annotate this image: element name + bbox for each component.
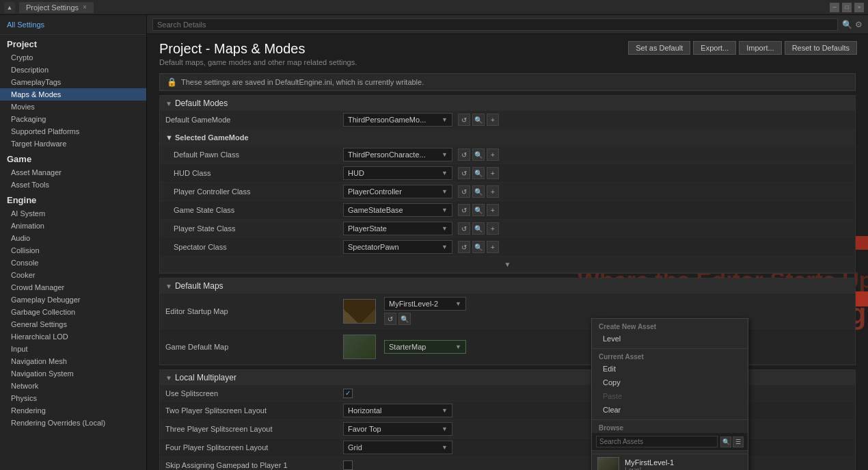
sidebar-item-rendering-overrides[interactable]: Rendering Overrides (Local) bbox=[0, 417, 146, 429]
reset-icon[interactable]: ↺ bbox=[384, 313, 396, 325]
use-splitscreen-checkbox[interactable] bbox=[343, 389, 353, 398]
section-collapse-icon: ▼ bbox=[165, 374, 172, 382]
game-state-dropdown[interactable]: GameStateBase ▼ bbox=[343, 203, 452, 217]
dropdown-value: SpectatorPawn bbox=[348, 243, 399, 251]
sidebar-item-gameplay-debugger[interactable]: Gameplay Debugger bbox=[0, 293, 146, 306]
browse-icon[interactable]: 🔍 bbox=[472, 241, 485, 253]
dropdown-value: PlayerController bbox=[348, 187, 402, 196]
sidebar-item-garbage-collection[interactable]: Garbage Collection bbox=[0, 306, 146, 318]
sidebar-item-ai-system[interactable]: AI System bbox=[0, 207, 146, 220]
setting-control: ThirdPersonCharacte... ▼ ↺ 🔍 + bbox=[343, 148, 850, 161]
sidebar-item-physics[interactable]: Physics bbox=[0, 392, 146, 404]
project-settings-tab[interactable]: Project Settings × bbox=[19, 2, 94, 13]
reset-icon[interactable]: ↺ bbox=[458, 222, 470, 235]
sidebar-item-navigation-mesh[interactable]: Navigation Mesh bbox=[0, 355, 146, 367]
reset-icon[interactable]: ↺ bbox=[458, 167, 470, 179]
search-bar: 🔍 ⚙ bbox=[147, 15, 868, 34]
sidebar-item-collision[interactable]: Collision bbox=[0, 244, 146, 257]
sidebar-item-navigation-system[interactable]: Navigation System bbox=[0, 367, 146, 380]
filter-icon[interactable]: ☰ bbox=[733, 436, 744, 447]
list-item[interactable]: MyFirstLevel-1 Level bbox=[592, 454, 748, 470]
browse-icon[interactable]: 🔍 bbox=[472, 185, 485, 198]
add-icon[interactable]: + bbox=[487, 241, 499, 253]
setting-label: Spectator Class bbox=[165, 243, 343, 251]
game-default-map-dropdown[interactable]: StarterMap ▼ bbox=[384, 340, 466, 354]
add-icon[interactable]: + bbox=[487, 222, 499, 235]
add-icon[interactable]: + bbox=[487, 204, 499, 216]
three-player-layout-dropdown[interactable]: Favor Top ▼ bbox=[343, 422, 452, 436]
search-input[interactable] bbox=[152, 18, 838, 31]
expand-icon[interactable]: ▼ bbox=[504, 261, 511, 268]
sidebar-item-asset-tools[interactable]: Asset Tools bbox=[0, 179, 146, 191]
default-modes-header[interactable]: ▼ Default Modes bbox=[160, 96, 855, 111]
hud-class-dropdown[interactable]: HUD ▼ bbox=[343, 166, 452, 180]
add-icon[interactable]: + bbox=[487, 185, 499, 198]
sidebar-item-hierarchical-lod[interactable]: Hierarchical LOD bbox=[0, 330, 146, 343]
reset-icon[interactable]: ↺ bbox=[458, 185, 470, 198]
editor-startup-map-dropdown[interactable]: MyFirstLevel-2 ▼ bbox=[384, 297, 466, 311]
sidebar-item-cooker[interactable]: Cooker bbox=[0, 269, 146, 281]
tab-close-icon[interactable]: × bbox=[83, 3, 87, 11]
maximize-button[interactable]: □ bbox=[842, 3, 852, 12]
sidebar-item-animation[interactable]: Animation bbox=[0, 220, 146, 232]
sidebar-item-network[interactable]: Network bbox=[0, 380, 146, 392]
sidebar-item-rendering[interactable]: Rendering bbox=[0, 404, 146, 417]
menu-item-edit[interactable]: Edit bbox=[592, 362, 748, 376]
browse-icon[interactable]: 🔍 bbox=[472, 204, 485, 216]
sidebar-item-movies[interactable]: Movies bbox=[0, 101, 146, 113]
import-button[interactable]: Import... bbox=[739, 41, 781, 55]
sidebar-item-crowd-manager[interactable]: Crowd Manager bbox=[0, 281, 146, 293]
sidebar-item-supported-platforms[interactable]: Supported Platforms bbox=[0, 125, 146, 138]
search-icon[interactable]: 🔍 bbox=[720, 436, 731, 447]
sidebar-item-crypto[interactable]: Crypto bbox=[0, 51, 146, 64]
reset-icon[interactable]: ↺ bbox=[458, 148, 470, 161]
browse-icon[interactable]: 🔍 bbox=[472, 167, 485, 179]
four-player-layout-dropdown[interactable]: Grid ▼ bbox=[343, 441, 452, 454]
add-icon[interactable]: + bbox=[487, 148, 499, 161]
setting-label: Default Pawn Class bbox=[165, 151, 343, 159]
table-row: Use Splitscreen bbox=[160, 385, 855, 402]
set-as-default-button[interactable]: Set as Default bbox=[628, 41, 690, 55]
reset-icon[interactable]: ↺ bbox=[458, 241, 470, 253]
browse-icon[interactable]: 🔍 bbox=[472, 222, 485, 235]
browse-icon[interactable]: 🔍 bbox=[472, 148, 485, 161]
reset-icon[interactable]: ↺ bbox=[458, 114, 470, 126]
chevron-down-icon: ▼ bbox=[455, 343, 461, 350]
table-row: ▼ Selected GameMode bbox=[160, 129, 855, 146]
menu-item-clear[interactable]: Clear bbox=[592, 403, 748, 417]
sidebar-item-packaging[interactable]: Packaging bbox=[0, 113, 146, 125]
default-maps-header[interactable]: ▼ Default Maps bbox=[160, 278, 855, 293]
menu-item-level-new[interactable]: Level bbox=[592, 332, 748, 345]
add-icon[interactable]: + bbox=[487, 114, 499, 126]
player-state-dropdown[interactable]: PlayerState ▼ bbox=[343, 222, 452, 235]
skip-gamepad-checkbox[interactable] bbox=[343, 460, 353, 470]
sidebar-item-gameplaytags[interactable]: GameplayTags bbox=[0, 76, 146, 88]
sidebar-item-input[interactable]: Input bbox=[0, 343, 146, 355]
default-gamemode-dropdown[interactable]: ThirdPersonGameMo... ▼ bbox=[343, 113, 452, 127]
browse-icon[interactable]: 🔍 bbox=[398, 313, 411, 325]
spectator-class-dropdown[interactable]: SpectatorPawn ▼ bbox=[343, 240, 452, 254]
two-player-layout-dropdown[interactable]: Horizontal ▼ bbox=[343, 404, 452, 417]
sidebar-item-description[interactable]: Description bbox=[0, 64, 146, 76]
browse-icon[interactable]: 🔍 bbox=[472, 114, 485, 126]
reset-icon[interactable]: ↺ bbox=[458, 204, 470, 216]
sidebar-item-target-hardware[interactable]: Target Hardware bbox=[0, 138, 146, 150]
sidebar-item-asset-manager[interactable]: Asset Manager bbox=[0, 166, 146, 179]
sidebar-item-general-settings[interactable]: General Settings bbox=[0, 318, 146, 330]
search-assets-input[interactable] bbox=[596, 436, 718, 447]
sidebar-item-console[interactable]: Console bbox=[0, 257, 146, 269]
dropdown-value: Horizontal bbox=[348, 406, 382, 415]
minimize-button[interactable]: ─ bbox=[830, 3, 839, 12]
add-icon[interactable]: + bbox=[487, 167, 499, 179]
menu-item-copy[interactable]: Copy bbox=[592, 376, 748, 389]
local-multiplayer-header[interactable]: ▼ Local Multiplayer bbox=[160, 370, 855, 385]
setting-label: Editor Startup Map bbox=[165, 307, 343, 315]
export-button[interactable]: Export... bbox=[693, 41, 736, 55]
player-controller-dropdown[interactable]: PlayerController ▼ bbox=[343, 185, 452, 198]
all-settings-link[interactable]: All Settings bbox=[7, 21, 139, 29]
default-pawn-dropdown[interactable]: ThirdPersonCharacte... ▼ bbox=[343, 148, 452, 161]
sidebar-item-audio[interactable]: Audio bbox=[0, 232, 146, 244]
close-button[interactable]: × bbox=[854, 3, 864, 12]
reset-to-defaults-button[interactable]: Reset to Defaults bbox=[785, 41, 857, 55]
sidebar-item-maps-modes[interactable]: Maps & Modes bbox=[0, 88, 146, 101]
